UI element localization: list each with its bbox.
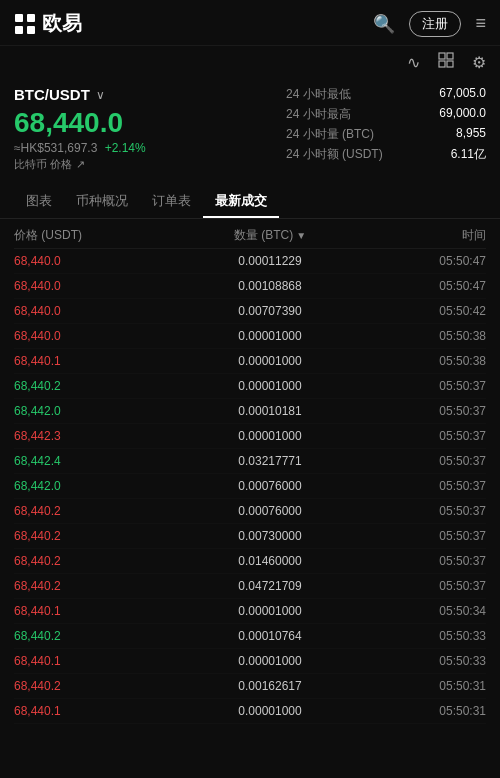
- trade-price: 68,440.1: [14, 604, 134, 618]
- trade-time: 05:50:37: [406, 479, 486, 493]
- table-row: 68,440.0 0.00001000 05:50:38: [14, 324, 486, 349]
- trade-amount: 0.00010764: [134, 629, 406, 643]
- trade-time: 05:50:37: [406, 429, 486, 443]
- tab-chart[interactable]: 图表: [14, 184, 64, 218]
- trade-amount: 0.00707390: [134, 304, 406, 318]
- trade-price: 68,440.2: [14, 554, 134, 568]
- price-label-text: 比特币 价格: [14, 157, 72, 172]
- tab-overview[interactable]: 币种概况: [64, 184, 140, 218]
- trade-time: 05:50:37: [406, 454, 486, 468]
- stat-label: 24 小时最低: [286, 86, 351, 103]
- logo-text: 欧易: [42, 10, 82, 37]
- trade-time: 05:50:47: [406, 279, 486, 293]
- table-row: 68,440.2 0.00730000 05:50:37: [14, 524, 486, 549]
- trade-time: 05:50:31: [406, 679, 486, 693]
- trade-amount: 0.03217771: [134, 454, 406, 468]
- trade-amount: 0.00011229: [134, 254, 406, 268]
- trade-amount: 0.00010181: [134, 404, 406, 418]
- trade-amount: 0.04721709: [134, 579, 406, 593]
- stat-row: 24 小时量 (BTC)8,955: [286, 126, 486, 143]
- stat-row: 24 小时最高69,000.0: [286, 106, 486, 123]
- register-button[interactable]: 注册: [409, 11, 461, 37]
- table-row: 68,440.1 0.00001000 05:50:31: [14, 699, 486, 724]
- stat-label: 24 小时量 (BTC): [286, 126, 374, 143]
- table-row: 68,442.3 0.00001000 05:50:37: [14, 424, 486, 449]
- trade-amount: 0.00001000: [134, 379, 406, 393]
- trade-price: 68,440.2: [14, 529, 134, 543]
- trade-price: 68,442.3: [14, 429, 134, 443]
- table-row: 68,440.0 0.00707390 05:50:42: [14, 299, 486, 324]
- svg-rect-0: [15, 14, 23, 22]
- trade-time: 05:50:34: [406, 604, 486, 618]
- price-left: BTC/USDT ∨ 68,440.0 ≈HK$531,697.3 +2.14%…: [14, 86, 286, 172]
- stat-label: 24 小时最高: [286, 106, 351, 123]
- trade-amount: 0.00076000: [134, 479, 406, 493]
- stat-value: 67,005.0: [439, 86, 486, 103]
- stat-row: 24 小时最低67,005.0: [286, 86, 486, 103]
- price-main: 68,440.0: [14, 107, 286, 139]
- tab-trades[interactable]: 最新成交: [203, 184, 279, 218]
- table-row: 68,440.2 0.00010764 05:50:33: [14, 624, 486, 649]
- trade-price: 68,442.0: [14, 479, 134, 493]
- trade-price: 68,440.2: [14, 679, 134, 693]
- grid-icon[interactable]: [438, 52, 454, 72]
- svg-rect-5: [447, 53, 453, 59]
- trade-time: 05:50:37: [406, 529, 486, 543]
- table-row: 68,442.0 0.00010181 05:50:37: [14, 399, 486, 424]
- col-header-price: 价格 (USDT): [14, 227, 134, 244]
- svg-rect-4: [439, 53, 445, 59]
- trade-price: 68,440.0: [14, 254, 134, 268]
- table-row: 68,440.2 0.04721709 05:50:37: [14, 574, 486, 599]
- svg-rect-6: [439, 61, 445, 67]
- logo-icon: [14, 13, 36, 35]
- table-header: 价格 (USDT) 数量 (BTC) ▼ 时间: [14, 219, 486, 249]
- svg-rect-2: [15, 26, 23, 34]
- external-link-icon[interactable]: ↗: [76, 158, 85, 171]
- trade-amount: 0.00108868: [134, 279, 406, 293]
- svg-rect-3: [27, 26, 35, 34]
- trade-time: 05:50:38: [406, 329, 486, 343]
- price-stats: 24 小时最低67,005.024 小时最高69,000.024 小时量 (BT…: [286, 86, 486, 172]
- trade-price: 68,440.2: [14, 504, 134, 518]
- tab-orders[interactable]: 订单表: [140, 184, 203, 218]
- trade-price: 68,440.2: [14, 579, 134, 593]
- price-section: BTC/USDT ∨ 68,440.0 ≈HK$531,697.3 +2.14%…: [0, 78, 500, 178]
- stat-label: 24 小时额 (USDT): [286, 146, 383, 163]
- trade-amount: 0.00001000: [134, 654, 406, 668]
- search-icon[interactable]: 🔍: [373, 13, 395, 35]
- table-row: 68,440.1 0.00001000 05:50:34: [14, 599, 486, 624]
- pair-dropdown-icon[interactable]: ∨: [96, 88, 105, 102]
- chart-icon[interactable]: ∿: [407, 53, 420, 72]
- trade-time: 05:50:37: [406, 379, 486, 393]
- trade-price: 68,442.4: [14, 454, 134, 468]
- stat-value: 8,955: [456, 126, 486, 143]
- trade-price: 68,440.1: [14, 654, 134, 668]
- pair-row: BTC/USDT ∨: [14, 86, 286, 103]
- stat-row: 24 小时额 (USDT)6.11亿: [286, 146, 486, 163]
- trade-table: 价格 (USDT) 数量 (BTC) ▼ 时间 68,440.0 0.00011…: [0, 219, 500, 724]
- table-row: 68,442.0 0.00076000 05:50:37: [14, 474, 486, 499]
- header: 欧易 🔍 注册 ≡: [0, 0, 500, 46]
- col-header-amount: 数量 (BTC) ▼: [134, 227, 406, 244]
- trade-amount: 0.01460000: [134, 554, 406, 568]
- trade-amount: 0.00001000: [134, 354, 406, 368]
- table-row: 68,440.2 0.01460000 05:50:37: [14, 549, 486, 574]
- filter-icon[interactable]: ▼: [296, 230, 306, 241]
- trade-time: 05:50:37: [406, 404, 486, 418]
- price-hk: ≈HK$531,697.3 +2.14%: [14, 141, 286, 155]
- amount-label: 数量 (BTC): [234, 227, 293, 244]
- pair-name: BTC/USDT: [14, 86, 90, 103]
- table-row: 68,440.2 0.00001000 05:50:37: [14, 374, 486, 399]
- trade-time: 05:50:37: [406, 579, 486, 593]
- trade-time: 05:50:37: [406, 554, 486, 568]
- trade-time: 05:50:33: [406, 654, 486, 668]
- trade-price: 68,440.0: [14, 304, 134, 318]
- trade-time: 05:50:47: [406, 254, 486, 268]
- settings-icon[interactable]: ⚙: [472, 53, 486, 72]
- header-right: 🔍 注册 ≡: [373, 11, 486, 37]
- trade-amount: 0.00001000: [134, 704, 406, 718]
- table-row: 68,442.4 0.03217771 05:50:37: [14, 449, 486, 474]
- trade-time: 05:50:37: [406, 504, 486, 518]
- menu-icon[interactable]: ≡: [475, 13, 486, 34]
- trade-time: 05:50:33: [406, 629, 486, 643]
